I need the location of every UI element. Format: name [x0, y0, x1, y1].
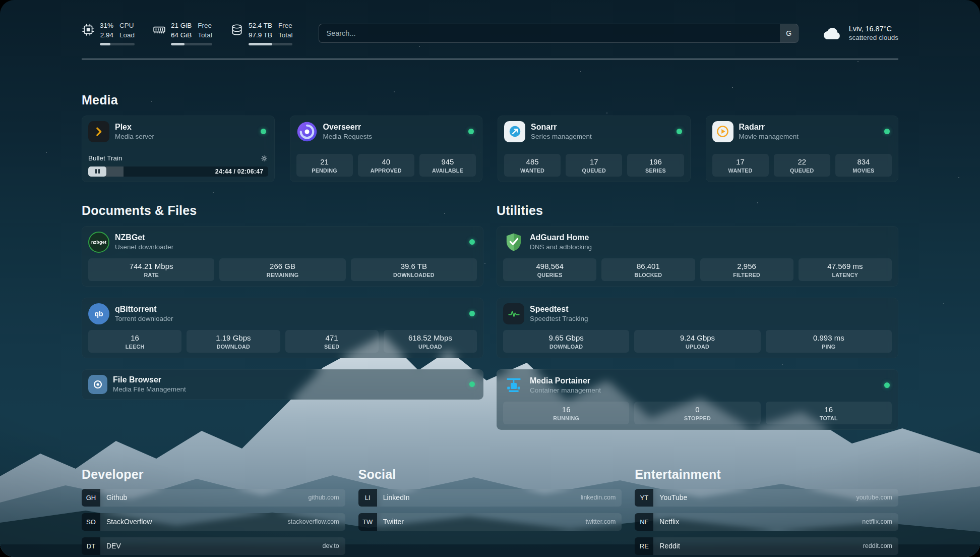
disk-progress-track [249, 43, 293, 45]
search-provider-button[interactable]: G [780, 24, 798, 42]
service-name: NZBGet [115, 233, 173, 242]
resource-widgets: 31% 2.94 CPU Load [82, 21, 292, 45]
bookmark-linkedin[interactable]: LI LinkedIn linkedin.com [358, 489, 622, 507]
service-name: Sonarr [531, 123, 592, 132]
memory-progress-fill [171, 43, 185, 45]
stat-value: 16 [505, 405, 627, 414]
plex-header: Plex Media server [88, 121, 268, 142]
stat-block: 471 SEED [285, 330, 379, 353]
stat-block: 39.6 TB DOWNLOADED [351, 258, 477, 281]
stat-block: 16 LEECH [88, 330, 181, 353]
bookmark-reddit[interactable]: RE Reddit reddit.com [635, 537, 898, 555]
weather-location: Lviv, 16.87°C [849, 25, 898, 33]
service-card-sonarr[interactable]: Sonarr Series management 485 WANTED 17 Q… [498, 116, 691, 182]
section-title-social: Social [358, 467, 622, 482]
utilities-section: Utilities [497, 203, 898, 430]
service-card-adguard[interactable]: AdGuard Home DNS and adblocking 498,564 … [497, 226, 898, 287]
service-description: Media server [115, 133, 154, 140]
stat-label: REMAINING [221, 272, 343, 278]
stat-value: 16 [768, 405, 890, 414]
service-description: Torrent downloader [115, 315, 173, 322]
filebrowser-header: File Browser Media File Management [88, 375, 477, 394]
service-card-overseerr[interactable]: Overseerr Media Requests 21 PENDING 40 A… [290, 116, 483, 182]
bookmark-abbr: SO [82, 513, 100, 531]
status-dot [468, 129, 474, 134]
disk-icon [230, 23, 243, 36]
stat-label: UPLOAD [636, 344, 758, 350]
stat-label: STOPPED [636, 415, 758, 421]
bookmark-name: StackOverflow [106, 518, 152, 526]
service-card-filebrowser[interactable]: File Browser Media File Management [82, 369, 483, 400]
disk-total: 97.9 TB [249, 31, 272, 40]
service-description: Container management [530, 386, 601, 394]
service-card-speedtest[interactable]: Speedtest Speedtest Tracking 9.65 Gbps D… [497, 298, 898, 358]
stat-value: 945 [421, 157, 474, 166]
stat-label: LEECH [90, 344, 179, 350]
service-card-qbittorrent[interactable]: qb qBittorrent Torrent downloader 16 LEE… [82, 298, 483, 358]
bookmark-url: dev.to [323, 542, 339, 549]
service-description: Speedtest Tracking [530, 315, 588, 322]
developer-bookmarks: Developer GH Github github.com SO StackO… [82, 467, 345, 555]
stat-block: 40 APPROVED [358, 154, 414, 177]
stat-value: 498,564 [505, 262, 594, 270]
weather-condition: scattered clouds [849, 34, 898, 41]
service-card-portainer[interactable]: Media Portainer Container management 16 … [497, 369, 898, 430]
service-card-radarr[interactable]: Radarr Movie management 17 WANTED 22 QUE… [706, 116, 899, 182]
service-card-plex[interactable]: Plex Media server Bullet Train [82, 116, 275, 182]
disk-widget: 52.4 TB 97.9 TB Free Total [230, 21, 293, 45]
section-title-media: Media [82, 93, 898, 107]
stat-block: 16 RUNNING [503, 402, 629, 424]
stat-block: 21 PENDING [296, 154, 353, 177]
radarr-titles: Radarr Movie management [739, 123, 799, 140]
bookmark-stackoverflow[interactable]: SO StackOverflow stackoverflow.com [82, 513, 345, 531]
bookmark-name: LinkedIn [383, 493, 410, 502]
bookmark-abbr: TW [358, 513, 377, 531]
playback-progress-bar[interactable]: 24:44 / 02:06:47 [88, 166, 268, 177]
stat-value: 266 GB [221, 262, 343, 270]
pause-button[interactable] [88, 166, 106, 177]
plex-titles: Plex Media server [115, 123, 154, 140]
memory-total: 64 GiB [171, 31, 192, 40]
overseerr-icon [296, 121, 318, 142]
bookmark-abbr: DT [82, 537, 100, 555]
search-input[interactable] [319, 29, 779, 37]
cpu-progress-fill [100, 43, 110, 45]
service-name: qBittorrent [115, 305, 173, 314]
bookmark-abbr: GH [82, 489, 100, 507]
adguard-stats: 498,564 QUERIES 86,401 BLOCKED 2,956 FIL… [503, 258, 892, 281]
status-dot [884, 382, 890, 388]
stat-block: 9.24 Gbps UPLOAD [634, 330, 760, 353]
stat-label: FILTERED [702, 272, 791, 278]
stat-label: WANTED [714, 168, 767, 174]
memory-widget: 21 GiB 64 GiB Free Total [153, 21, 212, 45]
radarr-stats: 17 WANTED 22 QUEUED 834 MOVIES [712, 154, 892, 177]
bookmark-netflix[interactable]: NF Netflix netflix.com [635, 513, 898, 531]
memory-free-label: Free [198, 21, 212, 31]
stat-block: 9.65 Gbps DOWNLOAD [503, 330, 629, 353]
bookmark-name: Github [106, 493, 127, 502]
bookmark-youtube[interactable]: YT YouTube youtube.com [635, 489, 898, 507]
stat-value: 40 [360, 157, 412, 166]
sonarr-header: Sonarr Series management [504, 121, 684, 142]
bookmark-url: netflix.com [862, 518, 892, 525]
stat-block: 834 MOVIES [835, 154, 892, 177]
stat-label: DOWNLOADED [353, 272, 475, 278]
stat-block: 17 QUEUED [566, 154, 622, 177]
entertainment-list: YT YouTube youtube.com NF Netflix netfli… [635, 489, 898, 555]
bookmark-dev[interactable]: DT DEV dev.to [82, 537, 345, 555]
stat-block: 22 QUEUED [774, 154, 830, 177]
service-description: Usenet downloader [115, 243, 173, 251]
stat-label: PING [768, 344, 890, 350]
bookmark-twitter[interactable]: TW Twitter twitter.com [358, 513, 622, 531]
service-name: Speedtest [530, 305, 588, 314]
stat-label: PENDING [298, 168, 351, 174]
gear-icon[interactable] [260, 154, 268, 162]
memory-progress-track [171, 43, 212, 45]
nzbget-stats: 744.21 Mbps RATE 266 GB REMAINING 39.6 T… [88, 258, 477, 281]
utilities-cards: AdGuard Home DNS and adblocking 498,564 … [497, 226, 898, 430]
cloud-icon [822, 25, 843, 41]
stat-block: 1.19 Gbps DOWNLOAD [187, 330, 280, 353]
service-card-nzbget[interactable]: nzbget NZBGet Usenet downloader 744.21 M… [82, 226, 483, 287]
bookmark-github[interactable]: GH Github github.com [82, 489, 345, 507]
search-bar: G [319, 24, 798, 43]
